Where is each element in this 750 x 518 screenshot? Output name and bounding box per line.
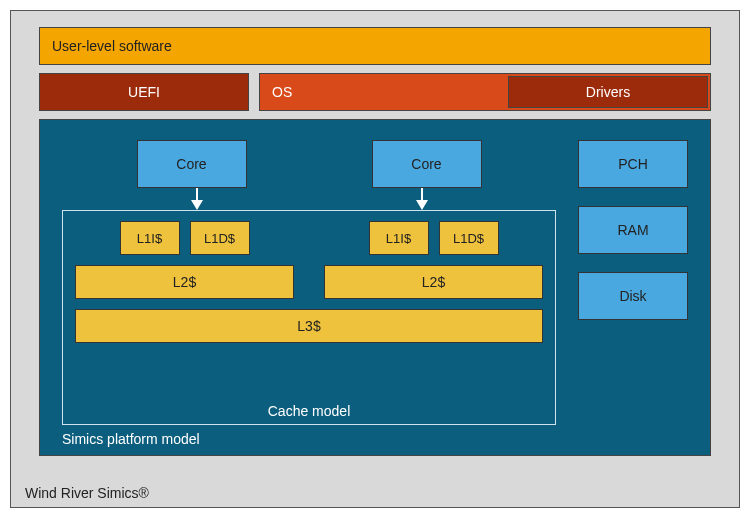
uefi-box: UEFI (39, 73, 249, 111)
outer-frame: User-level software UEFI OS Drivers Core… (10, 10, 740, 508)
cache-model-label: Cache model (63, 403, 555, 419)
drivers-label: Drivers (586, 84, 630, 100)
l1d-label: L1D$ (453, 231, 484, 246)
svg-marker-3 (416, 200, 428, 210)
l1d-label: L1D$ (204, 231, 235, 246)
ram-box: RAM (578, 206, 688, 254)
disk-label: Disk (619, 288, 646, 304)
l2-row: L2$ L2$ (75, 265, 543, 299)
core-label: Core (176, 156, 206, 172)
disk-box: Disk (578, 272, 688, 320)
ram-label: RAM (617, 222, 648, 238)
l1-pair-right: L1I$ L1D$ (324, 221, 543, 255)
l1i-box: L1I$ (120, 221, 180, 255)
l2-box-0: L2$ (75, 265, 294, 299)
platform-body: Core Core (62, 140, 688, 425)
l1i-label: L1I$ (137, 231, 162, 246)
drivers-box: Drivers (508, 76, 708, 108)
core-label: Core (411, 156, 441, 172)
svg-marker-1 (191, 200, 203, 210)
os-label: OS (272, 84, 292, 100)
user-level-label: User-level software (52, 38, 172, 54)
cores-row: Core Core (62, 140, 556, 188)
core-box-1: Core (372, 140, 482, 188)
uefi-label: UEFI (128, 84, 160, 100)
l1-row: L1I$ L1D$ L1I$ L1D$ (75, 221, 543, 255)
pch-box: PCH (578, 140, 688, 188)
l2-label: L2$ (173, 274, 196, 290)
os-box: OS Drivers (259, 73, 711, 111)
pch-label: PCH (618, 156, 648, 172)
l1d-box: L1D$ (190, 221, 250, 255)
l3-box: L3$ (75, 309, 543, 343)
platform-label: Simics platform model (62, 431, 200, 447)
arrow-down-icon (142, 188, 252, 210)
right-column: PCH RAM Disk (578, 140, 688, 425)
l2-label: L2$ (422, 274, 445, 290)
outer-label-text: Wind River Simics® (25, 485, 149, 501)
core-box-0: Core (137, 140, 247, 188)
arrows-row (62, 188, 556, 210)
l1-pair-left: L1I$ L1D$ (75, 221, 294, 255)
outer-label: Wind River Simics® (25, 485, 149, 501)
left-column: Core Core (62, 140, 556, 425)
l1i-box: L1I$ (369, 221, 429, 255)
user-level-box: User-level software (39, 27, 711, 65)
mid-row: UEFI OS Drivers (39, 73, 711, 111)
l1d-box: L1D$ (439, 221, 499, 255)
l2-box-1: L2$ (324, 265, 543, 299)
l3-label: L3$ (297, 318, 320, 334)
arrow-down-icon (367, 188, 477, 210)
l1i-label: L1I$ (386, 231, 411, 246)
platform-box: Core Core (39, 119, 711, 456)
cache-model-box: L1I$ L1D$ L1I$ L1D$ (62, 210, 556, 425)
